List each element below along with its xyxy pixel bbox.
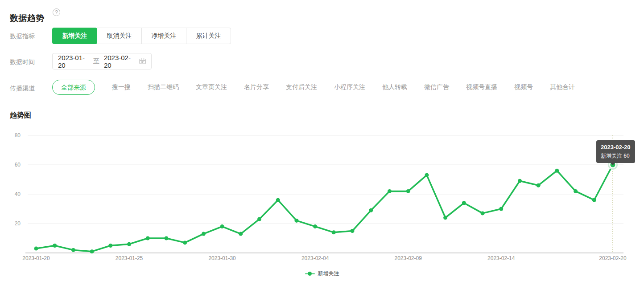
time-row-label: 数据时间 xyxy=(10,58,35,66)
help-icon[interactable]: ? xyxy=(53,8,60,16)
channel-name-card[interactable]: 名片分享 xyxy=(244,83,269,91)
data-point[interactable] xyxy=(406,189,410,193)
data-point[interactable] xyxy=(127,242,131,246)
x-tick-label: 2023-01-30 xyxy=(208,255,235,261)
data-point[interactable] xyxy=(71,248,75,252)
tooltip-value-row: 新增关注 60 xyxy=(601,152,631,160)
legend-line-marker-icon xyxy=(305,272,315,276)
x-tick-label: 2023-02-20 xyxy=(599,255,626,261)
y-tick-label: 20 xyxy=(0,220,21,227)
data-point[interactable] xyxy=(220,224,224,228)
y-tick-label: 60 xyxy=(0,162,21,168)
date-end: 2023-02-20 xyxy=(104,54,135,69)
channel-video-live[interactable]: 视频号直播 xyxy=(466,83,497,91)
channel-mini-program[interactable]: 小程序关注 xyxy=(334,83,365,91)
calendar-icon xyxy=(139,57,146,65)
data-point[interactable] xyxy=(90,249,94,253)
tab-net-followers[interactable]: 净增关注 xyxy=(141,28,186,44)
tooltip-date: 2023-02-20 xyxy=(601,143,631,152)
data-point[interactable] xyxy=(369,208,373,212)
data-point[interactable] xyxy=(592,198,596,202)
legend-item-new-followers[interactable]: 新增关注 xyxy=(0,270,644,277)
data-point[interactable] xyxy=(108,244,112,248)
chart-section-title: 趋势图 xyxy=(10,111,31,120)
tab-total-followers[interactable]: 累计关注 xyxy=(186,28,231,44)
data-point[interactable] xyxy=(518,179,522,183)
channel-search[interactable]: 搜一搜 xyxy=(112,83,131,91)
data-point[interactable] xyxy=(239,232,243,236)
tab-new-followers[interactable]: 新增关注 xyxy=(52,28,97,44)
channel-wechat-ads[interactable]: 微信广告 xyxy=(424,83,449,91)
data-point[interactable] xyxy=(202,232,206,236)
data-point[interactable] xyxy=(537,183,541,187)
data-point[interactable] xyxy=(34,247,38,251)
tooltip-value: 60 xyxy=(623,153,629,159)
channel-row-label: 传播渠道 xyxy=(10,85,35,93)
x-tick-label: 2023-02-04 xyxy=(301,255,329,261)
channel-qr-scan[interactable]: 扫描二维码 xyxy=(148,83,179,91)
data-point[interactable] xyxy=(462,201,466,205)
date-start: 2023-01-20 xyxy=(58,54,89,69)
x-tick-label: 2023-02-09 xyxy=(394,255,421,261)
channel-article-page[interactable]: 文章页关注 xyxy=(196,83,227,91)
metric-tab-group: 新增关注 取消关注 净增关注 累计关注 xyxy=(52,28,231,44)
channel-other-total[interactable]: 其他合计 xyxy=(550,83,575,91)
channel-all-sources[interactable]: 全部来源 xyxy=(52,80,95,95)
x-tick-label: 2023-01-25 xyxy=(116,255,143,261)
data-point[interactable] xyxy=(53,244,57,248)
data-point[interactable] xyxy=(499,207,503,211)
x-tick-label: 2023-02-14 xyxy=(487,255,515,261)
channel-repost[interactable]: 他人转载 xyxy=(382,83,407,91)
data-trends-page: { "page": { "title": "数据趋势", "help_glyph… xyxy=(0,0,644,281)
data-point[interactable] xyxy=(164,236,168,240)
page-title: 数据趋势 xyxy=(10,12,45,24)
trend-line xyxy=(36,165,613,252)
tooltip-series-label: 新增关注 xyxy=(601,153,622,159)
data-point[interactable] xyxy=(481,211,485,215)
channel-after-payment[interactable]: 支付后关注 xyxy=(286,83,317,91)
trend-chart[interactable] xyxy=(0,132,644,265)
y-tick-label: 80 xyxy=(0,132,21,138)
data-point[interactable] xyxy=(425,173,429,177)
y-tick-label: 40 xyxy=(0,191,21,197)
data-point[interactable] xyxy=(351,229,355,233)
date-range-picker[interactable]: 2023-01-20 至 2023-02-20 xyxy=(52,53,152,69)
data-point[interactable] xyxy=(183,240,187,244)
x-tick-label: 2023-01-20 xyxy=(22,255,50,261)
data-point[interactable] xyxy=(443,216,447,220)
data-point[interactable] xyxy=(146,236,150,240)
data-point[interactable] xyxy=(313,224,317,228)
data-point[interactable] xyxy=(555,169,559,173)
legend-label: 新增关注 xyxy=(318,270,339,277)
data-point[interactable] xyxy=(388,189,392,193)
data-point[interactable] xyxy=(332,230,336,234)
trend-chart-area: 2023-02-20 新增关注 60 204060802023-01-20202… xyxy=(0,132,644,265)
data-point[interactable] xyxy=(276,198,280,202)
channel-video[interactable]: 视频号 xyxy=(514,83,533,91)
chart-tooltip: 2023-02-20 新增关注 60 xyxy=(596,140,635,163)
data-point[interactable] xyxy=(294,219,298,223)
data-point[interactable] xyxy=(257,217,261,221)
metric-row-label: 数据指标 xyxy=(10,33,35,41)
date-separator: 至 xyxy=(93,57,99,65)
tab-unfollows[interactable]: 取消关注 xyxy=(97,28,142,44)
channel-filter-list: 全部来源 搜一搜 扫描二维码 文章页关注 名片分享 支付后关注 小程序关注 他人… xyxy=(52,80,575,95)
data-point[interactable] xyxy=(574,189,578,193)
